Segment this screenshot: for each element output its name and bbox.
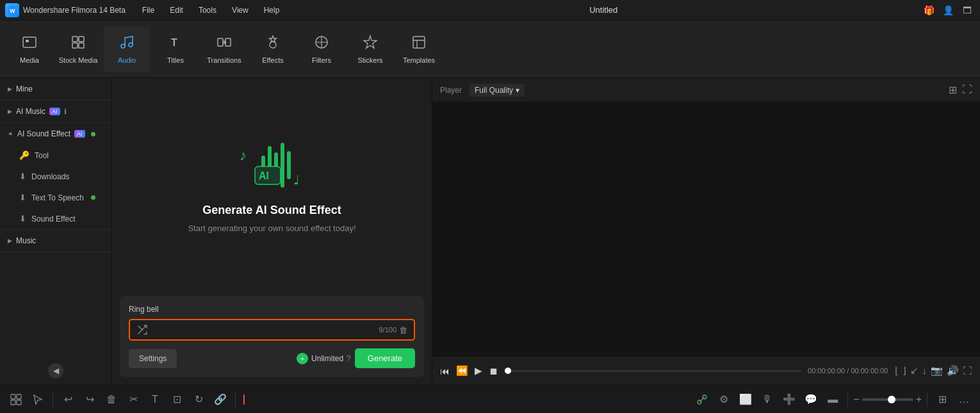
toolbar-separator-4 xyxy=(927,392,927,407)
minimize-button[interactable]: 🗖 xyxy=(960,3,975,18)
gift-icon[interactable]: 🎁 xyxy=(921,3,936,18)
add-track-button[interactable]: ➕ xyxy=(780,390,799,409)
delete-button[interactable]: 🗑 xyxy=(102,390,121,409)
user-icon[interactable]: 👤 xyxy=(940,3,956,18)
toolbar-filters-label: Filters xyxy=(312,56,331,64)
crop-button[interactable]: ⊡ xyxy=(167,390,186,409)
caption-button[interactable]: 💬 xyxy=(801,390,821,409)
rotate-button[interactable]: ↻ xyxy=(189,390,208,409)
mark-out-button[interactable]: ⌋ xyxy=(902,365,906,377)
go-start-button[interactable]: ⏮ xyxy=(440,366,450,377)
step-back-button[interactable]: ⏪ xyxy=(456,365,468,377)
toolbar-titles[interactable]: T Titles xyxy=(152,26,199,72)
sidebar-sub-item-downloads[interactable]: ⬇ Downloads xyxy=(0,166,111,187)
stop-button[interactable]: ⏹ xyxy=(489,366,498,377)
delete-input-icon[interactable]: 🗑 xyxy=(399,325,407,335)
expand-more-button[interactable]: … xyxy=(954,390,974,409)
subtitle-button[interactable]: ▬ xyxy=(823,390,842,409)
sidebar-sub-item-tool[interactable]: 🔑 Tool xyxy=(0,145,111,166)
generate-button[interactable]: Generate xyxy=(355,348,415,368)
text-button[interactable]: T xyxy=(145,390,165,409)
select-tool-button[interactable] xyxy=(28,390,47,409)
toolbar-audio[interactable]: Audio xyxy=(104,26,150,72)
toolbar-stock-media[interactable]: Stock Media xyxy=(55,26,101,72)
player-label: Player xyxy=(440,86,462,95)
zoom-in-button[interactable]: + xyxy=(916,394,922,405)
sidebar-sub-item-sound-effect[interactable]: ⬇ Sound Effect xyxy=(0,208,111,229)
sidebar-item-mine[interactable]: ▶ Mine xyxy=(0,78,111,100)
mine-label: Mine xyxy=(16,85,33,93)
sidebar-item-ai-music[interactable]: ▶ AI Music AI ℹ xyxy=(0,101,111,122)
zoom-out-button[interactable]: − xyxy=(853,394,859,405)
toolbar-separator-3 xyxy=(847,392,848,407)
timeline-view-button[interactable] xyxy=(6,390,26,409)
cut-button[interactable]: ✂ xyxy=(124,390,143,409)
zoom-thumb[interactable] xyxy=(888,396,895,403)
auto-speed-button[interactable]: ⚙ xyxy=(714,390,733,409)
sidebar-section-ai-music: ▶ AI Music AI ℹ xyxy=(0,101,111,123)
ai-music-label: AI Music xyxy=(16,107,45,116)
help-icon[interactable]: ? xyxy=(347,354,351,363)
fullscreen-player-button[interactable]: ⛶ xyxy=(963,365,972,377)
grid-view-button[interactable]: ⊞ xyxy=(933,390,952,409)
trim-button[interactable]: ↙ xyxy=(910,365,919,377)
menu-edit[interactable]: Edit xyxy=(163,4,190,16)
toolbar-effects[interactable]: Effects xyxy=(250,26,296,72)
menu-view[interactable]: View xyxy=(225,4,255,16)
sidebar-item-music[interactable]: ▶ Music xyxy=(0,230,111,252)
toolbar-transitions[interactable]: Transitions xyxy=(201,26,247,72)
zoom-slider[interactable] xyxy=(862,398,913,401)
settings-button[interactable]: Settings xyxy=(129,349,177,368)
center-panel: AI ♪ ♩ Generate AI Sound Effect Start ge… xyxy=(112,78,432,385)
layout-grid-icon[interactable]: ⊞ xyxy=(949,84,957,96)
text-to-speech-icon: ⬇ xyxy=(19,193,26,202)
menu-tools[interactable]: Tools xyxy=(192,4,223,16)
sidebar-item-ai-sound-effect[interactable]: ▼ AI Sound Effect AI xyxy=(0,123,111,145)
menu-file[interactable]: File xyxy=(136,4,161,16)
collapse-panel-button[interactable]: ◀ xyxy=(48,363,63,378)
ai-sound-effect-badge: AI xyxy=(74,130,85,138)
toolbar-separator-1 xyxy=(53,392,53,407)
toolbar-filters[interactable]: Filters xyxy=(298,26,345,72)
quality-arrow: ▾ xyxy=(516,86,519,95)
volume-button[interactable]: 🔊 xyxy=(947,365,959,377)
toolbar-media[interactable]: Media xyxy=(6,26,53,72)
sound-effect-label: Sound Effect xyxy=(31,215,76,223)
input-row: 9/100 🗑 xyxy=(129,319,415,341)
play-button[interactable]: ▶ xyxy=(475,365,482,377)
down-button[interactable]: ↓ xyxy=(922,365,927,377)
mark-in-button[interactable]: ⌊ xyxy=(895,365,899,377)
unlimited-button[interactable]: + Unlimited ? xyxy=(297,353,351,364)
app-title: Wondershare Filmora 14 Beta xyxy=(23,6,126,15)
redo-button[interactable]: ↪ xyxy=(80,390,99,409)
ai-sound-subtitle: Start generating your own sound effect t… xyxy=(188,223,355,233)
quality-select[interactable]: Full Quality ▾ xyxy=(470,84,525,97)
titles-icon: T xyxy=(168,35,183,54)
mask-button[interactable]: ⬜ xyxy=(736,390,755,409)
tool-icon: 🔑 xyxy=(19,150,29,160)
text-input-box[interactable]: 9/100 🗑 xyxy=(129,319,415,341)
link-button[interactable]: 🔗 xyxy=(211,390,230,409)
player-header: Player Full Quality ▾ ⊞ ⛶ xyxy=(432,78,980,102)
ai-music-arrow: ▶ xyxy=(8,108,12,115)
quality-label: Full Quality xyxy=(475,86,513,95)
audio-record-button[interactable]: 🎙 xyxy=(758,390,777,409)
snapshot-button[interactable]: 📷 xyxy=(931,365,943,377)
toolbar-stock-media-label: Stock Media xyxy=(59,56,98,64)
fullscreen-icon[interactable]: ⛶ xyxy=(962,84,972,96)
window-controls: 🎁 👤 🗖 xyxy=(921,3,975,18)
main-area: ▶ Mine ▶ AI Music AI ℹ ▼ AI Sound Effect… xyxy=(0,78,980,385)
menu-help[interactable]: Help xyxy=(257,4,286,16)
sidebar-sub-item-text-to-speech[interactable]: ⬇ Text To Speech xyxy=(0,187,111,208)
svg-rect-6 xyxy=(72,43,78,48)
progress-bar[interactable] xyxy=(505,370,801,372)
undo-button[interactable]: ↩ xyxy=(58,390,78,409)
zoom-area: ⚙ ⬜ 🎙 ➕ 💬 ▬ − + ⊞ … xyxy=(692,390,974,409)
toolbar: Media Stock Media Audio T Titles Transit… xyxy=(0,20,980,78)
toolbar-stickers[interactable]: Stickers xyxy=(347,26,393,72)
progress-thumb[interactable] xyxy=(505,368,511,374)
toolbar-templates[interactable]: Templates xyxy=(396,26,442,72)
ai-music-info-icon[interactable]: ℹ xyxy=(64,108,67,116)
clip-split-button[interactable] xyxy=(692,390,712,409)
mine-arrow: ▶ xyxy=(8,86,12,92)
